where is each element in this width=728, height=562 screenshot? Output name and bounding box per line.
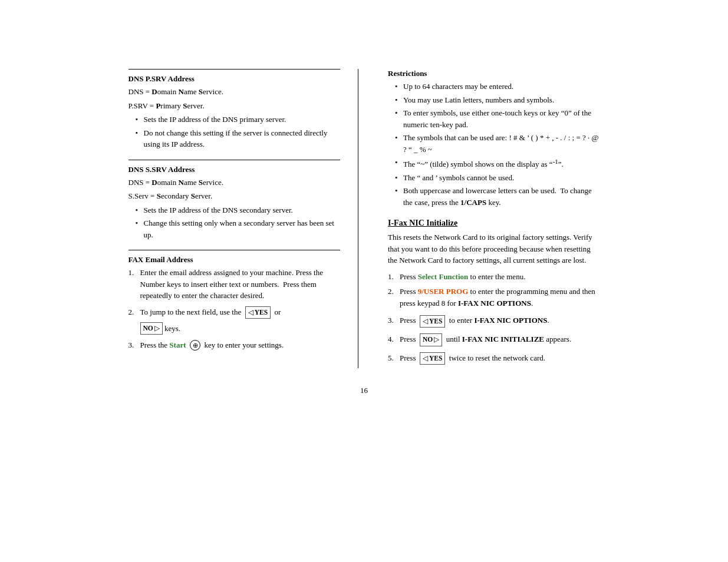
restriction-2: You may use Latin letters, numbers and s… xyxy=(395,94,600,106)
dns-psrv-title: DNS P.SRV Address xyxy=(129,74,341,84)
dns-psrv-bullets: Sets the IP address of the DNS primary s… xyxy=(129,114,341,150)
restrictions-section: Restrictions Up to 64 characters may be … xyxy=(388,69,600,208)
ifax-step2: 2. Press 9/USER PROG to enter the progra… xyxy=(388,286,600,309)
ifax-intro: This resets the Network Card to its orig… xyxy=(388,232,600,266)
restriction-3: To enter symbols, use either one-touch k… xyxy=(395,107,600,130)
yes-arrow-left: ◁ xyxy=(248,308,253,318)
dns-ssrv-bullet2: Change this setting only when a secondar… xyxy=(136,217,341,240)
fax-email-step3: 3. Press the Start ⊕ key to enter your s… xyxy=(129,339,341,351)
ifax-step4: 4. Press NO ▷ until I-FAX NIC INITIALIZE… xyxy=(388,333,600,346)
no-key-box: NO ▷ xyxy=(140,322,163,335)
fax-email-step2: 2. To jump to the next field, use the ◁ … xyxy=(129,306,341,335)
dns-psrv-line2: P.SRV = Primary Server. xyxy=(129,100,341,112)
dns-psrv-bullet2: Do not change this setting if the server… xyxy=(136,127,341,150)
fax-email-steps: 1. Enter the email address assigned to y… xyxy=(129,267,341,351)
dns-ssrv-line1: DNS = Domain Name Service. xyxy=(129,177,341,189)
page-number: 16 xyxy=(129,386,600,395)
start-circle-icon: ⊕ xyxy=(190,340,200,351)
restriction-7: Both uppercase and lowercase letters can… xyxy=(395,185,600,208)
dns-ssrv-bullets: Sets the IP address of the DNS secondary… xyxy=(129,204,341,241)
fax-email-body: 1. Enter the email address assigned to y… xyxy=(129,267,341,351)
restriction-5: The “~” (tilde) symbol shows on the disp… xyxy=(395,157,600,170)
dns-psrv-body: DNS = Domain Name Service. P.SRV = Prima… xyxy=(129,86,341,150)
dns-ssrv-body: DNS = Domain Name Service. S.Serv = Seco… xyxy=(129,177,341,241)
ifax-steps: 1. Press Select Function to enter the me… xyxy=(388,271,600,365)
two-column-layout: DNS P.SRV Address DNS = Domain Name Serv… xyxy=(129,69,600,368)
yes-key-box: ◁ YES xyxy=(245,306,271,319)
fax-email-section: FAX Email Address 1. Enter the email add… xyxy=(129,250,341,351)
ifax-title: I-Fax NIC Initialize xyxy=(388,219,600,228)
ifax-no-key: NO ▷ xyxy=(420,333,442,346)
right-column: Restrictions Up to 64 characters may be … xyxy=(382,69,600,368)
page: DNS P.SRV Address DNS = Domain Name Serv… xyxy=(99,45,630,517)
restriction-1: Up to 64 characters may be entered. xyxy=(395,81,600,92)
restriction-6: The “ and ’ symbols cannot be used. xyxy=(395,172,600,184)
dns-ssrv-bullet1: Sets the IP address of the DNS secondary… xyxy=(136,204,341,216)
start-label: Start xyxy=(169,340,186,349)
left-column: DNS P.SRV Address DNS = Domain Name Serv… xyxy=(129,69,359,368)
9userprog-label: 9/USER PROG xyxy=(418,287,469,296)
fax-email-title: FAX Email Address xyxy=(129,255,341,265)
no-arrow-right: ▷ xyxy=(154,323,160,333)
ifax-yes-key1: ◁ YES xyxy=(420,315,445,328)
dns-psrv-line1: DNS = Domain Name Service. xyxy=(129,86,341,98)
dns-psrv-bullet1: Sets the IP address of the DNS primary s… xyxy=(136,114,341,125)
ifax-step5: 5. Press ◁ YES twice to reset the networ… xyxy=(388,352,600,365)
dns-ssrv-title: DNS S.SRV Address xyxy=(129,165,341,174)
ifax-yes-key2: ◁ YES xyxy=(420,352,445,365)
restriction-4: The symbols that can be used are: ! # & … xyxy=(395,132,600,155)
restrictions-bullets: Up to 64 characters may be entered. You … xyxy=(388,81,600,208)
dns-ssrv-line2: S.Serv = Secondary Server. xyxy=(129,190,341,202)
fax-email-step1: 1. Enter the email address assigned to y… xyxy=(129,267,341,302)
select-function-label: Select Function xyxy=(418,272,469,281)
ifax-step3: 3. Press ◁ YES to enter I-FAX NIC OPTION… xyxy=(388,315,600,328)
restrictions-title: Restrictions xyxy=(388,69,600,78)
dns-psrv-section: DNS P.SRV Address DNS = Domain Name Serv… xyxy=(129,69,341,150)
ifax-step1: 1. Press Select Function to enter the me… xyxy=(388,271,600,283)
ifax-section: I-Fax NIC Initialize This resets the Net… xyxy=(388,219,600,365)
dns-ssrv-section: DNS S.SRV Address DNS = Domain Name Serv… xyxy=(129,160,341,241)
